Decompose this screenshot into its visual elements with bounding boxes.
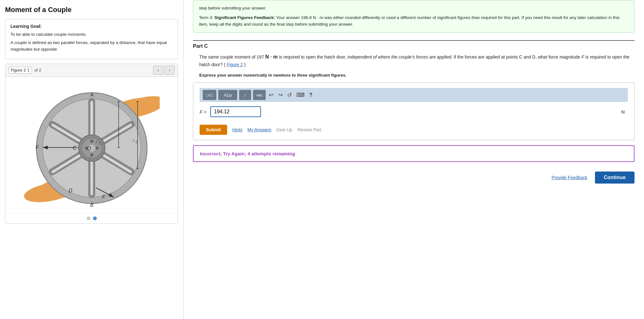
left-panel: Moment of a Couple Learning Goal: To be …: [0, 0, 183, 319]
svg-text:B: B: [90, 202, 94, 208]
incorrect-message: Incorrect; Try Again; 4 attempts remaini…: [200, 151, 295, 156]
feedback-note: step before submitting your answer.: [199, 5, 629, 12]
express-instruction: Express your answer numerically in newto…: [193, 73, 635, 78]
continue-button[interactable]: Continue: [595, 172, 635, 184]
unit-label: N: [621, 109, 628, 115]
f-equals-label: F =: [200, 109, 207, 115]
learning-goal-text1: To be able to calculate couple moments.: [10, 31, 173, 38]
figure-nav-bar: Figure 2 ▲▼ of 2 ‹ ›: [5, 64, 178, 77]
part-c-label: Part C: [193, 40, 635, 49]
figure-image-container: A B C D O F F r 1 r: [5, 77, 178, 213]
svg-text:C: C: [73, 145, 77, 151]
math-toolbar: □√□ ΑΣφ ↕ vec ↩ ↪ ↺ ⌨ ?: [200, 88, 628, 102]
learning-goal-text2: A couple is defined as two parallel forc…: [10, 40, 173, 53]
feedback-box-green: step before submitting your answer. Term…: [193, 0, 635, 33]
svg-text:1: 1: [98, 142, 100, 145]
svg-text:D: D: [69, 188, 72, 193]
figure-chevrons: ▲▼: [27, 68, 30, 73]
svg-text:F: F: [102, 194, 106, 200]
svg-point-20: [90, 140, 93, 143]
toolbar-refresh-btn[interactable]: ↺: [286, 90, 293, 100]
toolbar-help-btn[interactable]: ?: [308, 92, 314, 98]
svg-point-22: [96, 147, 99, 150]
nav-forward-button[interactable]: ›: [164, 66, 175, 75]
review-part-text[interactable]: Review Part: [297, 127, 321, 132]
figure-dot-2[interactable]: [93, 216, 97, 220]
toolbar-undo-btn[interactable]: ↩: [268, 90, 275, 100]
learning-goal-title: Learning Goal:: [10, 24, 173, 29]
part-c-description: The same couple moment of 197 N · m is r…: [193, 53, 635, 68]
provide-feedback-link[interactable]: Provide Feedback: [552, 175, 587, 180]
page-title: Moment of a Couple: [5, 6, 178, 14]
give-up-text[interactable]: Give Up: [276, 127, 293, 132]
bottom-row: Provide Feedback Continue: [193, 172, 635, 184]
wheel-diagram: A B C D O F F r 1 r: [24, 80, 160, 210]
figure-dot-1[interactable]: [87, 216, 90, 220]
toolbar-sqrt-btn[interactable]: □√□: [203, 90, 216, 100]
my-answers-button[interactable]: My Answers: [247, 127, 271, 132]
toolbar-vec-btn[interactable]: vec: [253, 90, 266, 100]
figure-dots: [5, 213, 178, 223]
svg-text:r: r: [96, 140, 97, 144]
svg-text:2: 2: [135, 140, 137, 144]
incorrect-box: Incorrect; Try Again; 4 attempts remaini…: [193, 145, 635, 162]
svg-text:O: O: [87, 146, 91, 151]
svg-text:F: F: [36, 145, 39, 150]
nav-back-button[interactable]: ‹: [153, 66, 163, 75]
figure-label: Figure 2: [11, 68, 26, 72]
answer-input-field[interactable]: [210, 106, 261, 117]
toolbar-redo-btn[interactable]: ↪: [277, 90, 284, 100]
figure-of: of 2: [34, 68, 41, 72]
answer-box: □√□ ΑΣφ ↕ vec ↩ ↪ ↺ ⌨ ? F = N Submit Hin…: [193, 83, 635, 140]
figure-nav-box: Figure 2 ▲▼ of 2 ‹ ›: [5, 64, 178, 224]
figure2-link[interactable]: Figure 2: [226, 62, 243, 67]
learning-goal-box: Learning Goal: To be able to calculate c…: [5, 19, 178, 59]
feedback-term3: Term 3: Significant Figures Feedback: Yo…: [199, 14, 629, 28]
submit-button[interactable]: Submit: [200, 125, 227, 135]
hints-button[interactable]: Hints: [232, 127, 242, 132]
toolbar-updown-btn[interactable]: ↕: [239, 90, 251, 100]
action-row: Submit Hints My Answers Give Up Review P…: [200, 122, 628, 135]
toolbar-alpha-btn[interactable]: ΑΣφ: [218, 90, 237, 100]
figure-select[interactable]: Figure 2 ▲▼: [9, 67, 32, 74]
svg-text:r: r: [133, 138, 134, 143]
toolbar-keyboard-btn[interactable]: ⌨: [295, 90, 306, 100]
right-panel: step before submitting your answer. Term…: [183, 0, 644, 319]
figure-nav-buttons: ‹ ›: [153, 66, 175, 75]
answer-input-row: F = N: [200, 106, 628, 117]
svg-text:A: A: [90, 92, 94, 97]
svg-point-21: [90, 153, 93, 157]
